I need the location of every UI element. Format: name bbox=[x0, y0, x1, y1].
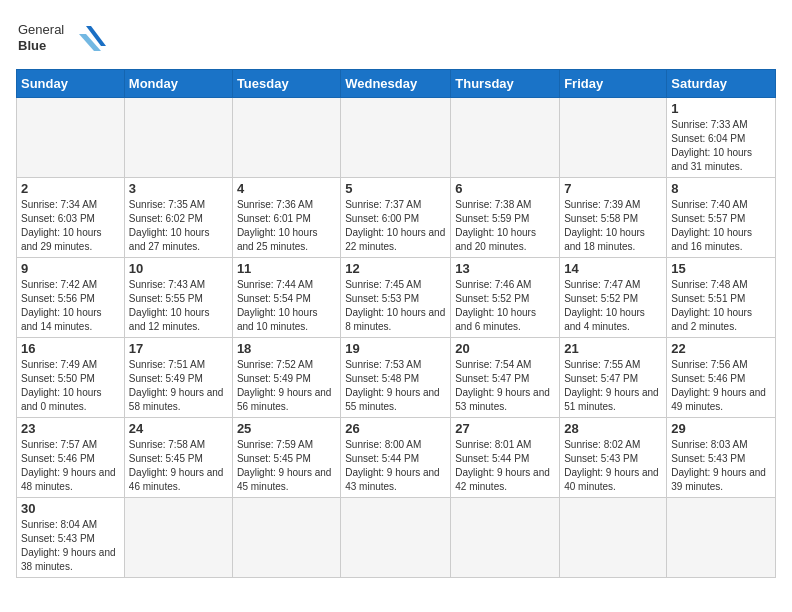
day-info: Sunrise: 8:04 AMSunset: 5:43 PMDaylight:… bbox=[21, 518, 120, 574]
day-number: 3 bbox=[129, 181, 228, 196]
calendar-cell: 10Sunrise: 7:43 AMSunset: 5:55 PMDayligh… bbox=[124, 258, 232, 338]
day-number: 23 bbox=[21, 421, 120, 436]
calendar-week-row: 23Sunrise: 7:57 AMSunset: 5:46 PMDayligh… bbox=[17, 418, 776, 498]
calendar-cell bbox=[124, 98, 232, 178]
day-info: Sunrise: 7:57 AMSunset: 5:46 PMDaylight:… bbox=[21, 438, 120, 494]
calendar-cell: 2Sunrise: 7:34 AMSunset: 6:03 PMDaylight… bbox=[17, 178, 125, 258]
calendar-cell: 4Sunrise: 7:36 AMSunset: 6:01 PMDaylight… bbox=[232, 178, 340, 258]
day-info: Sunrise: 7:34 AMSunset: 6:03 PMDaylight:… bbox=[21, 198, 120, 254]
calendar-cell: 9Sunrise: 7:42 AMSunset: 5:56 PMDaylight… bbox=[17, 258, 125, 338]
day-header-monday: Monday bbox=[124, 70, 232, 98]
calendar-cell bbox=[17, 98, 125, 178]
day-number: 28 bbox=[564, 421, 662, 436]
calendar-cell: 19Sunrise: 7:53 AMSunset: 5:48 PMDayligh… bbox=[341, 338, 451, 418]
svg-text:Blue: Blue bbox=[18, 38, 46, 53]
svg-text:General: General bbox=[18, 22, 64, 37]
calendar-cell bbox=[451, 498, 560, 578]
day-number: 6 bbox=[455, 181, 555, 196]
day-header-wednesday: Wednesday bbox=[341, 70, 451, 98]
day-info: Sunrise: 7:46 AMSunset: 5:52 PMDaylight:… bbox=[455, 278, 555, 334]
calendar-cell: 16Sunrise: 7:49 AMSunset: 5:50 PMDayligh… bbox=[17, 338, 125, 418]
calendar-header-row: SundayMondayTuesdayWednesdayThursdayFrid… bbox=[17, 70, 776, 98]
day-info: Sunrise: 7:49 AMSunset: 5:50 PMDaylight:… bbox=[21, 358, 120, 414]
calendar-cell bbox=[232, 98, 340, 178]
day-header-thursday: Thursday bbox=[451, 70, 560, 98]
day-info: Sunrise: 7:37 AMSunset: 6:00 PMDaylight:… bbox=[345, 198, 446, 254]
calendar-cell: 1Sunrise: 7:33 AMSunset: 6:04 PMDaylight… bbox=[667, 98, 776, 178]
calendar-cell bbox=[560, 498, 667, 578]
day-header-saturday: Saturday bbox=[667, 70, 776, 98]
day-number: 2 bbox=[21, 181, 120, 196]
day-number: 13 bbox=[455, 261, 555, 276]
day-info: Sunrise: 7:54 AMSunset: 5:47 PMDaylight:… bbox=[455, 358, 555, 414]
calendar-cell: 24Sunrise: 7:58 AMSunset: 5:45 PMDayligh… bbox=[124, 418, 232, 498]
day-number: 20 bbox=[455, 341, 555, 356]
day-header-sunday: Sunday bbox=[17, 70, 125, 98]
calendar-cell: 5Sunrise: 7:37 AMSunset: 6:00 PMDaylight… bbox=[341, 178, 451, 258]
day-number: 17 bbox=[129, 341, 228, 356]
day-number: 1 bbox=[671, 101, 771, 116]
day-info: Sunrise: 7:43 AMSunset: 5:55 PMDaylight:… bbox=[129, 278, 228, 334]
day-number: 10 bbox=[129, 261, 228, 276]
calendar-cell: 30Sunrise: 8:04 AMSunset: 5:43 PMDayligh… bbox=[17, 498, 125, 578]
day-number: 26 bbox=[345, 421, 446, 436]
day-info: Sunrise: 7:58 AMSunset: 5:45 PMDaylight:… bbox=[129, 438, 228, 494]
calendar-cell: 13Sunrise: 7:46 AMSunset: 5:52 PMDayligh… bbox=[451, 258, 560, 338]
calendar-week-row: 16Sunrise: 7:49 AMSunset: 5:50 PMDayligh… bbox=[17, 338, 776, 418]
calendar-cell: 22Sunrise: 7:56 AMSunset: 5:46 PMDayligh… bbox=[667, 338, 776, 418]
day-number: 12 bbox=[345, 261, 446, 276]
day-number: 5 bbox=[345, 181, 446, 196]
calendar-cell: 17Sunrise: 7:51 AMSunset: 5:49 PMDayligh… bbox=[124, 338, 232, 418]
day-info: Sunrise: 7:51 AMSunset: 5:49 PMDaylight:… bbox=[129, 358, 228, 414]
day-info: Sunrise: 7:45 AMSunset: 5:53 PMDaylight:… bbox=[345, 278, 446, 334]
calendar-cell: 29Sunrise: 8:03 AMSunset: 5:43 PMDayligh… bbox=[667, 418, 776, 498]
day-info: Sunrise: 7:33 AMSunset: 6:04 PMDaylight:… bbox=[671, 118, 771, 174]
logo: General Blue bbox=[16, 16, 116, 61]
calendar-cell bbox=[560, 98, 667, 178]
calendar-cell: 6Sunrise: 7:38 AMSunset: 5:59 PMDaylight… bbox=[451, 178, 560, 258]
calendar-week-row: 2Sunrise: 7:34 AMSunset: 6:03 PMDaylight… bbox=[17, 178, 776, 258]
day-info: Sunrise: 7:59 AMSunset: 5:45 PMDaylight:… bbox=[237, 438, 336, 494]
day-number: 19 bbox=[345, 341, 446, 356]
calendar-cell: 15Sunrise: 7:48 AMSunset: 5:51 PMDayligh… bbox=[667, 258, 776, 338]
calendar-cell: 14Sunrise: 7:47 AMSunset: 5:52 PMDayligh… bbox=[560, 258, 667, 338]
day-info: Sunrise: 7:36 AMSunset: 6:01 PMDaylight:… bbox=[237, 198, 336, 254]
calendar-cell bbox=[124, 498, 232, 578]
day-number: 24 bbox=[129, 421, 228, 436]
day-info: Sunrise: 7:52 AMSunset: 5:49 PMDaylight:… bbox=[237, 358, 336, 414]
calendar-cell: 12Sunrise: 7:45 AMSunset: 5:53 PMDayligh… bbox=[341, 258, 451, 338]
calendar-week-row: 30Sunrise: 8:04 AMSunset: 5:43 PMDayligh… bbox=[17, 498, 776, 578]
calendar-cell: 26Sunrise: 8:00 AMSunset: 5:44 PMDayligh… bbox=[341, 418, 451, 498]
calendar-cell bbox=[341, 98, 451, 178]
calendar-week-row: 9Sunrise: 7:42 AMSunset: 5:56 PMDaylight… bbox=[17, 258, 776, 338]
calendar-cell bbox=[341, 498, 451, 578]
day-info: Sunrise: 7:53 AMSunset: 5:48 PMDaylight:… bbox=[345, 358, 446, 414]
day-number: 14 bbox=[564, 261, 662, 276]
day-info: Sunrise: 7:56 AMSunset: 5:46 PMDaylight:… bbox=[671, 358, 771, 414]
calendar-cell: 28Sunrise: 8:02 AMSunset: 5:43 PMDayligh… bbox=[560, 418, 667, 498]
day-number: 18 bbox=[237, 341, 336, 356]
day-info: Sunrise: 8:03 AMSunset: 5:43 PMDaylight:… bbox=[671, 438, 771, 494]
day-info: Sunrise: 7:35 AMSunset: 6:02 PMDaylight:… bbox=[129, 198, 228, 254]
day-info: Sunrise: 7:48 AMSunset: 5:51 PMDaylight:… bbox=[671, 278, 771, 334]
calendar-cell: 25Sunrise: 7:59 AMSunset: 5:45 PMDayligh… bbox=[232, 418, 340, 498]
calendar-cell: 11Sunrise: 7:44 AMSunset: 5:54 PMDayligh… bbox=[232, 258, 340, 338]
page-header: General Blue bbox=[16, 16, 776, 61]
generalblue-logo: General Blue bbox=[16, 16, 116, 61]
day-header-tuesday: Tuesday bbox=[232, 70, 340, 98]
day-number: 11 bbox=[237, 261, 336, 276]
day-info: Sunrise: 8:00 AMSunset: 5:44 PMDaylight:… bbox=[345, 438, 446, 494]
calendar-cell: 23Sunrise: 7:57 AMSunset: 5:46 PMDayligh… bbox=[17, 418, 125, 498]
calendar-cell: 8Sunrise: 7:40 AMSunset: 5:57 PMDaylight… bbox=[667, 178, 776, 258]
day-info: Sunrise: 7:47 AMSunset: 5:52 PMDaylight:… bbox=[564, 278, 662, 334]
day-info: Sunrise: 7:55 AMSunset: 5:47 PMDaylight:… bbox=[564, 358, 662, 414]
day-number: 21 bbox=[564, 341, 662, 356]
calendar-cell bbox=[451, 98, 560, 178]
calendar-cell bbox=[232, 498, 340, 578]
day-info: Sunrise: 7:38 AMSunset: 5:59 PMDaylight:… bbox=[455, 198, 555, 254]
day-number: 9 bbox=[21, 261, 120, 276]
day-info: Sunrise: 8:02 AMSunset: 5:43 PMDaylight:… bbox=[564, 438, 662, 494]
day-number: 15 bbox=[671, 261, 771, 276]
calendar-week-row: 1Sunrise: 7:33 AMSunset: 6:04 PMDaylight… bbox=[17, 98, 776, 178]
calendar-cell: 27Sunrise: 8:01 AMSunset: 5:44 PMDayligh… bbox=[451, 418, 560, 498]
